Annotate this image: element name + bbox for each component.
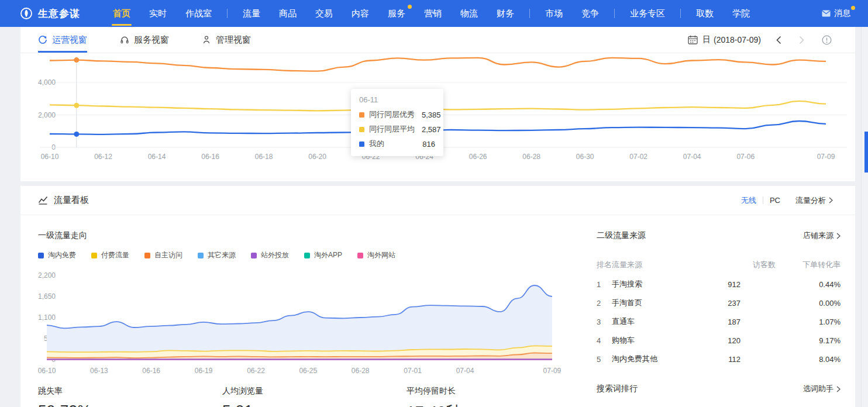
svg-text:4,000: 4,000 [38,78,56,87]
tab-operate-view[interactable]: 运营视窗 [38,27,87,53]
svg-text:2,000: 2,000 [38,111,56,119]
svg-text:07-09: 07-09 [817,153,835,161]
secondary-sources-panel: 二级流量来源 店铺来源 排名 流量来源 访客数 下单转化率 1 手淘搜索 912… [591,186,843,407]
series-swatch [359,112,364,118]
messages-label: 消息 [834,8,850,19]
nav-item-data-extract[interactable]: 取数 [687,0,723,27]
page-scrollbar[interactable] [861,27,868,407]
tab-label: 运营视窗 [52,35,87,46]
rotate-icon [38,35,47,44]
sources-column-headers: 排名 流量来源 访客数 下单转化率 [597,260,841,270]
stat-pages-per-visit: 人均浏览量 5.01 [222,386,263,407]
info-icon[interactable] [822,35,832,45]
svg-text:06-26: 06-26 [469,153,487,161]
nav-item-content[interactable]: 内容 [342,0,378,27]
tab-label: 服务视窗 [134,35,169,46]
nav-item-war-room[interactable]: 作战室 [176,0,221,27]
shop-sources-link[interactable]: 店铺来源 [803,230,841,241]
series-swatch [359,127,364,132]
svg-text:06-30: 06-30 [576,153,594,161]
messages-button[interactable]: 消息 [822,8,850,19]
tab-service-view[interactable]: 服务视窗 [120,27,169,53]
top-navbar: 生意参谋 首页 实时 作战室 流量 商品 交易 内容 服务 营销 物流 财务 市… [0,0,868,27]
scrollbar-thumb[interactable] [864,132,868,173]
svg-text:06-20: 06-20 [308,153,326,161]
source-row[interactable]: 5 淘内免费其他 112 8.04% [597,350,841,368]
tooltip-row: 同行同层平均 2,587 [359,124,435,134]
notification-dot [408,5,412,9]
nav-divider [680,9,681,18]
nav-item-realtime[interactable]: 实时 [140,0,176,27]
traffic-stats: 跳失率 59.72% 人均浏览量 5.01 平均停留时长 17.49秒 [20,186,582,407]
source-row[interactable]: 1 手淘搜索 912 0.44% [597,275,841,294]
series-swatch [359,142,364,147]
svg-text:06-14: 06-14 [148,153,166,161]
nav-divider [529,9,530,18]
chart-tooltip: 06-11 同行同层优秀 5,385 同行同层平均 2,587 我的 816 [351,89,443,156]
stat-bounce-rate: 跳失率 59.72% [38,386,91,407]
svg-text:06-18: 06-18 [255,153,273,161]
nav-divider [614,9,615,18]
sycm-logo-icon [20,7,33,20]
svg-text:06-10: 06-10 [41,153,59,161]
svg-text:06-12: 06-12 [94,153,112,161]
nav-item-trade[interactable]: 交易 [306,0,342,27]
current-date[interactable]: (2018-07-09) [714,35,761,44]
tooltip-row: 同行同层优秀 5,385 [359,109,435,120]
tooltip-date: 06-11 [359,95,435,104]
search-rank-header: 搜索词排行 选词助手 [597,384,841,394]
nav-item-home[interactable]: 首页 [104,0,140,27]
envelope-icon [822,10,831,17]
source-row[interactable]: 4 购物车 120 9.17% [597,331,841,350]
chevron-right-icon [836,233,841,239]
industry-compare-card: 运营视窗 服务视窗 管理视窗 日 (2018-07-09) [20,27,855,181]
calendar-icon[interactable] [688,35,698,44]
prev-date-button[interactable] [776,36,781,44]
svg-text:07-06: 07-06 [736,153,755,161]
nav-item-competition[interactable]: 竞争 [572,0,608,27]
next-date-button[interactable] [799,36,804,44]
stat-avg-stay-time: 平均停留时长 17.49秒 [407,386,461,407]
main-menu: 首页 实时 作战室 流量 商品 交易 内容 服务 营销 物流 财务 市场 竞争 … [104,0,759,27]
svg-text:06-28: 06-28 [522,153,540,161]
sources-table: 1 手淘搜索 912 0.44% 2 手淘首页 237 0.00% 3 直通车 … [597,275,841,368]
tab-manage-view[interactable]: 管理视窗 [202,27,251,53]
nav-item-market[interactable]: 市场 [536,0,572,27]
tooltip-row: 我的 816 [359,139,435,149]
svg-text:07-02: 07-02 [629,153,647,161]
tab-label: 管理视窗 [216,35,251,46]
nav-item-product[interactable]: 商品 [270,0,306,27]
source-row[interactable]: 2 手淘首页 237 0.00% [597,294,841,312]
view-tabbar: 运营视窗 服务视窗 管理视窗 日 (2018-07-09) [20,27,855,53]
person-icon [202,35,211,44]
date-granularity[interactable]: 日 [702,35,711,45]
nav-item-service[interactable]: 服务 [378,0,415,27]
brand[interactable]: 生意参谋 [20,7,80,20]
headphone-icon [120,35,129,44]
nav-item-traffic[interactable]: 流量 [233,0,270,27]
source-row[interactable]: 3 直通车 187 1.07% [597,312,841,331]
nav-item-marketing[interactable]: 营销 [415,0,451,27]
nav-item-academy[interactable]: 学院 [723,0,759,27]
traffic-kanban-card: 流量看板 无线 PC 流量分析 一级流量走向 淘内免费 付费流量 自主访问 其它… [20,186,855,407]
svg-text:07-04: 07-04 [683,153,701,161]
nav-divider [227,9,228,18]
chevron-right-icon [836,386,841,392]
sources-header: 二级流量来源 店铺来源 [597,230,841,241]
notification-dot [851,6,855,10]
nav-item-finance[interactable]: 财务 [487,0,523,27]
brand-name: 生意参谋 [38,7,80,20]
nav-item-logistics[interactable]: 物流 [451,0,487,27]
word-helper-link[interactable]: 选词助手 [803,384,841,394]
nav-item-business-zone[interactable]: 业务专区 [621,0,674,27]
date-controls: 日 (2018-07-09) [688,35,855,45]
svg-text:06-16: 06-16 [201,153,219,161]
